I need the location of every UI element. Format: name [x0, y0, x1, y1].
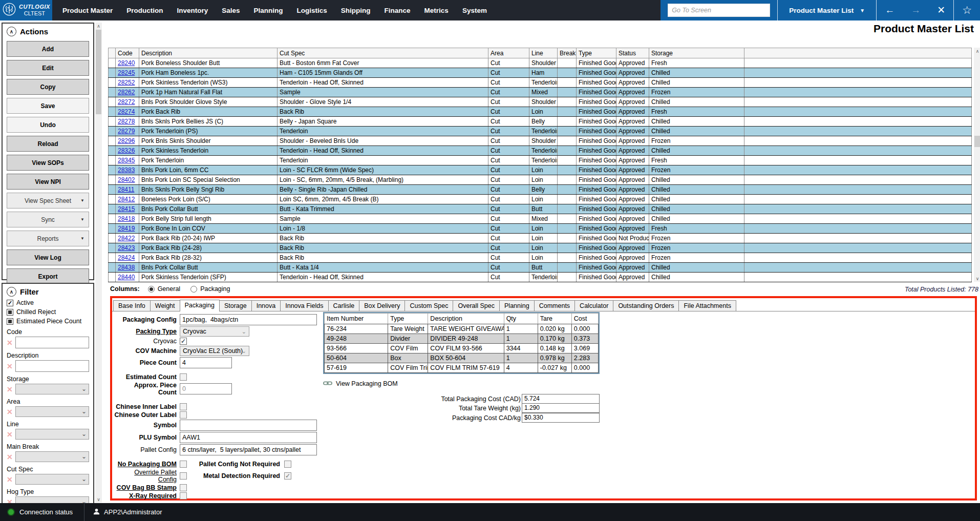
row-selector[interactable] — [109, 195, 116, 204]
back-arrow-icon[interactable]: ← — [877, 0, 903, 20]
screen-selector-dropdown[interactable]: Product Master List ▼ — [778, 7, 876, 14]
sidebar-scrollbar[interactable]: ∧ ∨ — [95, 23, 102, 503]
tab-overall-spec[interactable]: Overall Spec — [453, 300, 500, 311]
product-code-link[interactable]: 28419 — [118, 225, 135, 232]
clear-icon[interactable]: ✕ — [7, 430, 13, 439]
bom-column-header-tare[interactable]: Tare — [538, 314, 571, 324]
column-header-break[interactable]: Break — [558, 48, 577, 58]
clear-icon[interactable]: ✕ — [7, 362, 13, 370]
row-selector[interactable] — [109, 117, 116, 127]
menu-sales[interactable]: Sales — [222, 7, 240, 14]
product-code-link[interactable]: 28424 — [118, 254, 135, 261]
tab-innova[interactable]: Innova — [251, 300, 281, 311]
product-code-link[interactable]: 28415 — [118, 205, 135, 213]
favorite-star-icon[interactable]: ☆ — [954, 0, 980, 20]
filter-checkbox-estimated-piece-count[interactable]: Estimated Piece Count — [3, 317, 93, 326]
scroll-down-icon[interactable]: ∨ — [974, 275, 980, 282]
export-button[interactable]: Export — [7, 268, 89, 284]
column-header-status[interactable]: Status — [616, 48, 649, 58]
view-sops-button[interactable]: View SOPs — [7, 155, 89, 171]
view-log-button[interactable]: View Log — [7, 249, 89, 265]
product-code-link[interactable]: 28274 — [118, 108, 135, 115]
columns-radio-general[interactable]: General — [148, 285, 180, 293]
scroll-up-icon[interactable]: ∧ — [974, 48, 980, 54]
filter-storage-select[interactable]: ⌄ — [15, 384, 89, 394]
bom-column-header-item-number[interactable]: Item Number — [325, 314, 388, 324]
filter-hog-type-select[interactable]: ⌄ — [15, 496, 89, 503]
row-selector[interactable] — [109, 165, 116, 175]
override-pallet-config-checkbox[interactable] — [180, 472, 187, 480]
tab-packaging[interactable]: Packaging — [180, 300, 220, 311]
menu-production[interactable]: Production — [126, 7, 163, 14]
row-selector[interactable] — [109, 214, 116, 224]
product-code-link[interactable]: 28412 — [118, 196, 135, 203]
filter-cut-spec-select[interactable]: ⌄ — [15, 474, 89, 485]
row-selector[interactable] — [109, 185, 116, 195]
filter-code-input[interactable] — [15, 337, 89, 348]
row-selector[interactable] — [109, 88, 116, 97]
filter-area-select[interactable]: ⌄ — [15, 406, 89, 417]
row-selector[interactable] — [109, 146, 116, 156]
column-header-cut-spec[interactable]: Cut Spec — [278, 48, 488, 58]
view-spec-sheet-button[interactable]: View Spec Sheet ▼ — [7, 193, 89, 209]
product-code-link[interactable]: 28418 — [118, 215, 135, 222]
tab-base-info[interactable]: Base Info — [113, 300, 151, 311]
table-scrollbar[interactable]: ∧ ∨ — [974, 48, 980, 282]
row-selector[interactable] — [109, 107, 116, 117]
tab-calculator[interactable]: Calculator — [574, 300, 613, 311]
product-code-link[interactable]: 28240 — [118, 59, 135, 67]
pallet-config-not-required-checkbox[interactable] — [284, 461, 291, 468]
product-code-link[interactable]: 28296 — [118, 137, 135, 144]
column-header-line[interactable]: Line — [529, 48, 558, 58]
add-button[interactable]: Add — [7, 41, 89, 57]
product-code-link[interactable]: 28278 — [118, 118, 135, 125]
scroll-up-icon[interactable]: ∧ — [95, 23, 102, 29]
edit-button[interactable]: Edit — [7, 60, 89, 76]
columns-radio-packaging[interactable]: Packaging — [190, 285, 230, 293]
estimated-count-checkbox[interactable] — [180, 373, 187, 381]
tab-file-attachments[interactable]: File Attachments — [678, 300, 736, 311]
filter-description-input[interactable] — [15, 360, 89, 372]
row-selector[interactable] — [109, 156, 116, 165]
cov-bag-bb-stamp-checkbox[interactable] — [180, 484, 187, 491]
product-code-link[interactable]: 28272 — [118, 98, 135, 106]
clear-icon[interactable]: ✕ — [7, 339, 13, 347]
chinese-outer-label-checkbox[interactable] — [180, 411, 187, 419]
row-selector[interactable] — [109, 253, 116, 263]
product-code-link[interactable]: 28383 — [118, 166, 135, 174]
bom-column-header-qty[interactable]: Qty — [504, 314, 538, 324]
row-selector[interactable] — [109, 273, 116, 282]
view-packaging-bom-link[interactable]: View Packaging BOM — [323, 380, 604, 387]
row-selector[interactable] — [109, 78, 116, 88]
menu-product-master[interactable]: Product Master — [62, 7, 113, 14]
save-button[interactable]: Save — [7, 98, 89, 114]
tab-innova-fields[interactable]: Innova Fields — [280, 300, 328, 311]
row-selector[interactable] — [109, 234, 116, 243]
bom-column-header-type[interactable]: Type — [388, 314, 428, 324]
menu-inventory[interactable]: Inventory — [177, 7, 208, 14]
menu-logistics[interactable]: Logistics — [297, 7, 327, 14]
product-code-link[interactable]: 28438 — [118, 264, 135, 271]
product-code-link[interactable]: 28440 — [118, 274, 135, 281]
collapse-actions-icon[interactable]: ∧ — [7, 27, 16, 36]
plu-symbol-input[interactable] — [180, 432, 317, 443]
menu-planning[interactable]: Planning — [254, 7, 283, 14]
filter-line-select[interactable]: ⌄ — [15, 429, 89, 440]
sync-button[interactable]: Sync ▼ — [7, 212, 89, 227]
product-code-link[interactable]: 28402 — [118, 176, 135, 183]
product-code-link[interactable]: 28423 — [118, 244, 135, 252]
product-code-link[interactable]: 28422 — [118, 235, 135, 242]
clear-icon[interactable]: ✕ — [7, 475, 13, 484]
product-code-link[interactable]: 28245 — [118, 69, 135, 76]
clear-icon[interactable]: ✕ — [7, 498, 13, 504]
go-to-screen-input[interactable] — [668, 4, 770, 17]
product-code-link[interactable]: 28411 — [118, 186, 134, 193]
row-selector[interactable] — [109, 204, 116, 214]
tab-custom-spec[interactable]: Custom Spec — [404, 300, 453, 311]
row-selector[interactable] — [109, 136, 116, 146]
clear-icon[interactable]: ✕ — [7, 408, 13, 416]
column-header-description[interactable]: Description — [139, 48, 278, 58]
row-selector[interactable] — [109, 263, 116, 273]
reports-button[interactable]: Reports ▼ — [7, 231, 89, 246]
tab-storage[interactable]: Storage — [219, 300, 252, 311]
